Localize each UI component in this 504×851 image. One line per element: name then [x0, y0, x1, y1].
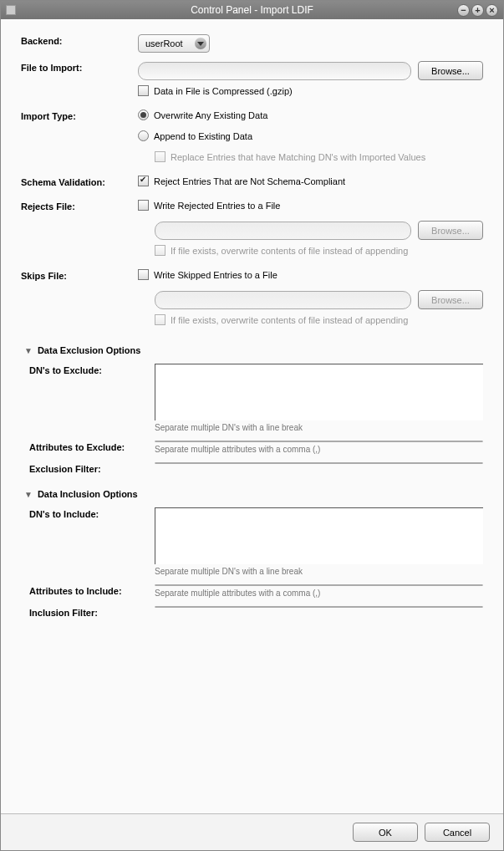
dns-exclude-label: DN's to Exclude:: [21, 364, 155, 375]
cancel-button[interactable]: Cancel: [425, 823, 490, 842]
window: Control Panel - Import LDIF − + × Backen…: [0, 0, 504, 851]
file-to-import-input[interactable]: [138, 62, 411, 80]
replace-dn-label: Replace Entries that have Matching DN's …: [171, 152, 425, 162]
overwrite-radio-label: Overwrite Any Existing Data: [154, 110, 267, 120]
browse-skips-button: Browse...: [418, 290, 483, 309]
replace-dn-checkbox: [155, 151, 165, 162]
maximize-icon[interactable]: +: [471, 4, 484, 17]
exclusion-filter-input[interactable]: [155, 462, 483, 464]
rejects-overwrite-checkbox: [155, 245, 165, 256]
attrs-exclude-hint: Separate multiple attributes with a comm…: [155, 445, 483, 454]
write-rejected-label: Write Rejected Entries to a File: [154, 201, 280, 211]
compressed-checkbox[interactable]: [138, 85, 149, 96]
data-exclusion-label: Data Exclusion Options: [38, 345, 140, 355]
dns-exclude-textarea[interactable]: [155, 364, 483, 420]
titlebar[interactable]: Control Panel - Import LDIF − + ×: [1, 1, 503, 19]
close-icon[interactable]: ×: [486, 4, 498, 17]
attrs-exclude-input[interactable]: [155, 441, 483, 442]
import-type-label: Import Type:: [21, 110, 138, 121]
overwrite-radio[interactable]: [138, 110, 149, 120]
inclusion-filter-label: Inclusion Filter:: [21, 606, 155, 618]
dns-include-label: DN's to Include:: [21, 507, 155, 519]
backend-label: Backend:: [21, 34, 138, 46]
chevron-down-icon: [195, 38, 206, 49]
dns-include-hint: Separate multiple DN's with a line break: [155, 567, 483, 576]
skips-file-input: [155, 291, 411, 309]
file-to-import-label: File to Import:: [21, 61, 138, 73]
dns-include-textarea[interactable]: [155, 507, 483, 564]
append-radio-label: Append to Existing Data: [154, 131, 252, 141]
skips-overwrite-label: If file exists, overwrite contents of fi…: [171, 315, 408, 325]
triangle-down-icon: ▼: [24, 490, 33, 499]
attrs-include-hint: Separate multiple attributes with a comm…: [155, 589, 483, 598]
window-title: Control Panel - Import LDIF: [191, 4, 313, 16]
attrs-exclude-label: Attributes to Exclude:: [21, 441, 155, 452]
content-area: Backend: userRoot File to Import: Browse…: [1, 19, 503, 813]
write-skipped-label: Write Skipped Entries to a File: [154, 270, 277, 280]
compressed-label: Data in File is Compressed (.gzip): [154, 86, 293, 96]
rejects-file-input: [155, 222, 411, 240]
reject-schema-checkbox[interactable]: [138, 176, 149, 186]
attrs-include-label: Attributes to Include:: [21, 584, 155, 596]
data-inclusion-label: Data Inclusion Options: [38, 489, 138, 499]
schema-validation-label: Schema Validation:: [21, 176, 138, 187]
rejects-overwrite-label: If file exists, overwrite contents of fi…: [171, 246, 408, 256]
browse-file-button[interactable]: Browse...: [418, 61, 483, 80]
footer: OK Cancel: [1, 813, 503, 850]
write-rejected-checkbox[interactable]: [138, 200, 149, 211]
reject-schema-label: Reject Entries That are Not Schema-Compl…: [154, 176, 345, 186]
backend-selected: userRoot: [145, 38, 183, 48]
triangle-down-icon: ▼: [24, 346, 33, 355]
rejects-file-label: Rejects File:: [21, 200, 138, 211]
ok-button[interactable]: OK: [353, 823, 418, 842]
write-skipped-checkbox[interactable]: [138, 269, 149, 280]
skips-overwrite-checkbox: [155, 314, 165, 325]
data-exclusion-header[interactable]: ▼ Data Exclusion Options: [24, 345, 483, 355]
browse-rejects-button: Browse...: [418, 221, 483, 240]
skips-file-label: Skips File:: [21, 269, 138, 281]
inclusion-filter-input[interactable]: [155, 606, 483, 608]
append-radio[interactable]: [138, 130, 149, 141]
dns-exclude-hint: Separate multiple DN's with a line break: [155, 423, 483, 432]
attrs-include-input[interactable]: [155, 584, 483, 586]
minimize-icon[interactable]: −: [457, 4, 470, 17]
data-inclusion-header[interactable]: ▼ Data Inclusion Options: [24, 489, 483, 499]
backend-dropdown[interactable]: userRoot: [138, 34, 210, 53]
window-icon: [6, 5, 16, 15]
exclusion-filter-label: Exclusion Filter:: [21, 462, 155, 474]
